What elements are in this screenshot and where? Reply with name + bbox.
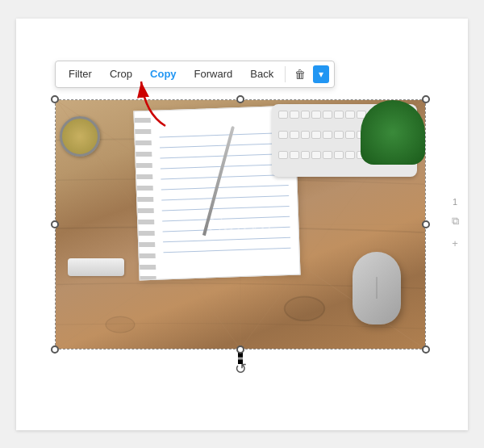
selected-image-container[interactable]: Canva ↺ bbox=[55, 99, 426, 350]
usb-decoration bbox=[68, 258, 124, 276]
handle-top-right[interactable] bbox=[422, 95, 430, 103]
toolbar-divider bbox=[285, 66, 286, 82]
right-sidebar: 1 ⧉ + bbox=[446, 197, 464, 252]
rotate-handle[interactable]: ↺ bbox=[235, 360, 247, 378]
handle-bottom-middle[interactable] bbox=[236, 345, 244, 354]
mouse-decoration bbox=[353, 252, 401, 324]
more-options-button[interactable]: ▾ bbox=[313, 65, 329, 83]
handle-top-left[interactable] bbox=[51, 95, 59, 103]
back-button[interactable]: Back bbox=[242, 65, 282, 83]
crop-button[interactable]: Crop bbox=[102, 65, 140, 83]
plant-decoration bbox=[361, 100, 425, 165]
copy-button[interactable]: Copy bbox=[142, 65, 185, 83]
handle-middle-left[interactable] bbox=[51, 220, 59, 228]
copy-page-icon[interactable]: ⧉ bbox=[447, 213, 463, 229]
handle-bottom-right[interactable] bbox=[422, 345, 430, 354]
page-number: 1 bbox=[446, 197, 464, 207]
clock-decoration bbox=[60, 116, 100, 157]
image-toolbar: Filter Crop Copy Forward Back 🗑 ▾ bbox=[55, 61, 335, 88]
delete-button[interactable]: 🗑 bbox=[289, 65, 311, 84]
watermark-text: Canva bbox=[207, 211, 273, 237]
add-page-icon[interactable]: + bbox=[447, 236, 463, 252]
filter-button[interactable]: Filter bbox=[60, 65, 100, 83]
canvas-area: Filter Crop Copy Forward Back 🗑 ▾ bbox=[16, 19, 468, 430]
forward-button[interactable]: Forward bbox=[186, 65, 241, 83]
mouse-divider bbox=[377, 277, 378, 299]
handle-top-middle[interactable] bbox=[236, 95, 244, 103]
handle-middle-right[interactable] bbox=[422, 220, 430, 228]
image-mock: Canva bbox=[55, 99, 426, 350]
handle-bottom-left[interactable] bbox=[51, 345, 59, 354]
